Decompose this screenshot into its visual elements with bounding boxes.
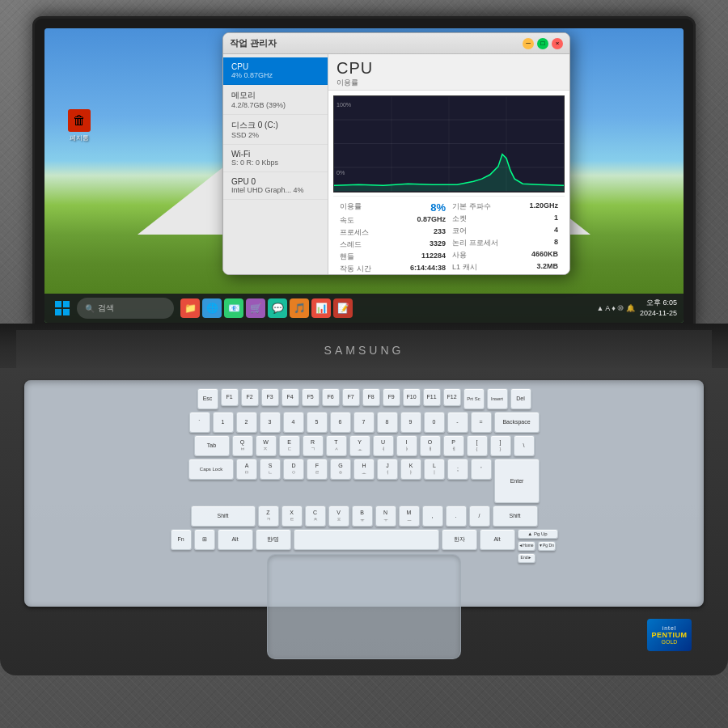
key-g[interactable]: Gㅎ xyxy=(330,459,351,480)
key-fn[interactable]: Fn xyxy=(171,529,192,550)
maximize-button[interactable]: □ xyxy=(537,38,548,49)
key-7[interactable]: 7 xyxy=(353,412,375,433)
key-s[interactable]: Sㄴ xyxy=(260,459,281,480)
key-6[interactable]: 6 xyxy=(330,412,351,433)
key-comma[interactable]: , xyxy=(422,506,443,527)
key-b[interactable]: Bㅠ xyxy=(352,506,373,527)
key-backspace[interactable]: Backspace xyxy=(494,412,540,433)
key-o[interactable]: Oㅐ xyxy=(420,435,441,456)
key-3[interactable]: 3 xyxy=(260,412,281,433)
key-a[interactable]: Aㅁ xyxy=(236,459,257,480)
key-0[interactable]: 0 xyxy=(424,412,445,433)
key-4[interactable]: 4 xyxy=(283,412,304,433)
key-period[interactable]: . xyxy=(446,506,467,527)
taskbar-app-3[interactable]: 📧 xyxy=(224,298,243,318)
key-r[interactable]: Rㄱ xyxy=(303,435,324,456)
key-insert[interactable]: Insert xyxy=(487,388,508,409)
key-win[interactable]: ⊞ xyxy=(194,529,215,550)
key-v[interactable]: Vㅍ xyxy=(328,506,349,527)
key-8[interactable]: 8 xyxy=(377,412,398,433)
key-j[interactable]: Jㅓ xyxy=(377,459,398,480)
key-5[interactable]: 5 xyxy=(307,412,328,433)
key-h[interactable]: Hㅗ xyxy=(353,459,375,480)
key-end[interactable]: End► xyxy=(518,553,535,563)
key-ralt[interactable]: Alt xyxy=(480,529,515,550)
sidebar-item-disk[interactable]: 디스크 0 (C:) SSD 2% xyxy=(223,115,328,145)
taskbar-search[interactable]: 🔍 검색 xyxy=(77,298,174,319)
taskbar-app-6[interactable]: 🎵 xyxy=(290,298,309,318)
key-pgup[interactable]: ▲ Pg Up xyxy=(518,529,558,539)
key-m[interactable]: Mㅡ xyxy=(399,506,420,527)
key-lshift[interactable]: Shift xyxy=(191,506,256,527)
key-esc[interactable]: Esc xyxy=(197,388,218,409)
desktop-icon-recycle[interactable]: 🗑 폐지통 xyxy=(59,109,99,142)
key-9[interactable]: 9 xyxy=(400,412,421,433)
minimize-button[interactable]: ─ xyxy=(523,38,534,49)
key-e[interactable]: Eㄷ xyxy=(279,435,300,456)
key-f5[interactable]: F5 xyxy=(302,388,320,406)
windows-start-button[interactable] xyxy=(51,297,74,320)
key-n[interactable]: Nㅜ xyxy=(375,506,396,527)
key-w[interactable]: Wㅈ xyxy=(256,435,277,456)
key-pgdn[interactable]: ▼Pg Dn xyxy=(538,541,556,551)
key-home[interactable]: ◄Home xyxy=(518,541,535,551)
key-i[interactable]: Iㅑ xyxy=(396,435,417,456)
key-f12[interactable]: F12 xyxy=(443,388,461,406)
key-rbracket[interactable]: ]} xyxy=(490,435,511,456)
key-lalt[interactable]: Alt xyxy=(218,529,253,550)
key-c[interactable]: Cㅊ xyxy=(305,506,326,527)
key-u[interactable]: Uㅕ xyxy=(373,435,394,456)
key-backslash[interactable]: \ xyxy=(514,435,535,456)
key-1[interactable]: 1 xyxy=(213,412,234,433)
trackpad[interactable] xyxy=(267,554,461,659)
taskbar-app-4[interactable]: 🛒 xyxy=(246,298,265,318)
key-prtsc[interactable]: Prt Sc xyxy=(463,388,485,409)
key-semicolon[interactable]: ; xyxy=(447,459,468,480)
key-d[interactable]: Dㅇ xyxy=(283,459,304,480)
key-2[interactable]: 2 xyxy=(236,412,257,433)
key-tab[interactable]: Tab xyxy=(194,435,230,456)
key-z[interactable]: Zㅋ xyxy=(258,506,279,527)
key-f9[interactable]: F9 xyxy=(383,388,400,406)
key-k[interactable]: Kㅏ xyxy=(400,459,421,480)
key-del[interactable]: Del xyxy=(510,388,531,409)
key-capslock[interactable]: Caps Lock xyxy=(188,459,234,480)
key-f3[interactable]: F3 xyxy=(261,388,279,406)
key-y[interactable]: Yㅛ xyxy=(349,435,370,456)
key-t[interactable]: Tㅅ xyxy=(326,435,347,456)
key-f11[interactable]: F11 xyxy=(423,388,441,406)
key-l[interactable]: Lㅣ xyxy=(424,459,445,480)
key-q[interactable]: Qㅂ xyxy=(232,435,253,456)
taskbar-app-1[interactable]: 📁 xyxy=(180,298,200,318)
key-x[interactable]: Xㅌ xyxy=(281,506,303,527)
key-minus[interactable]: - xyxy=(447,412,468,433)
key-f7[interactable]: F7 xyxy=(342,388,360,406)
key-f6[interactable]: F6 xyxy=(322,388,340,406)
key-rshift[interactable]: Shift xyxy=(493,506,538,527)
key-quote[interactable]: ' xyxy=(471,459,492,480)
taskbar-app-5[interactable]: 💬 xyxy=(268,298,287,318)
sidebar-item-wifi[interactable]: Wi-Fi S: 0 R: 0 Kbps xyxy=(223,145,328,172)
key-hanja[interactable]: 한자 xyxy=(442,529,477,550)
key-f4[interactable]: F4 xyxy=(281,388,299,406)
key-equals[interactable]: = xyxy=(471,412,492,433)
key-backtick[interactable]: ` xyxy=(189,412,210,433)
taskbar-app-8[interactable]: 📝 xyxy=(333,298,353,318)
key-enter[interactable]: Enter xyxy=(494,459,540,503)
key-f[interactable]: Fㄹ xyxy=(307,459,328,480)
key-f8[interactable]: F8 xyxy=(362,388,380,406)
key-f10[interactable]: F10 xyxy=(403,388,421,406)
sidebar-item-memory[interactable]: 메모리 4.2/8.7GB (39%) xyxy=(223,85,328,115)
taskbar-app-2[interactable]: 🌐 xyxy=(202,298,222,318)
key-lbracket[interactable]: [{ xyxy=(467,435,488,456)
taskbar-clock[interactable]: 오후 6:05 2024-11-25 xyxy=(640,298,677,318)
sidebar-item-gpu[interactable]: GPU 0 Intel UHD Graph... 4% xyxy=(223,172,328,200)
sidebar-item-cpu[interactable]: CPU 4% 0.87GHz xyxy=(223,57,328,85)
key-slash[interactable]: / xyxy=(469,506,490,527)
close-button[interactable]: × xyxy=(552,38,563,49)
key-hangeul[interactable]: 한/영 xyxy=(256,529,291,550)
key-f1[interactable]: F1 xyxy=(221,388,239,406)
key-f2[interactable]: F2 xyxy=(241,388,259,406)
key-p[interactable]: Pㅔ xyxy=(443,435,464,456)
taskbar-app-7[interactable]: 📊 xyxy=(311,298,331,318)
